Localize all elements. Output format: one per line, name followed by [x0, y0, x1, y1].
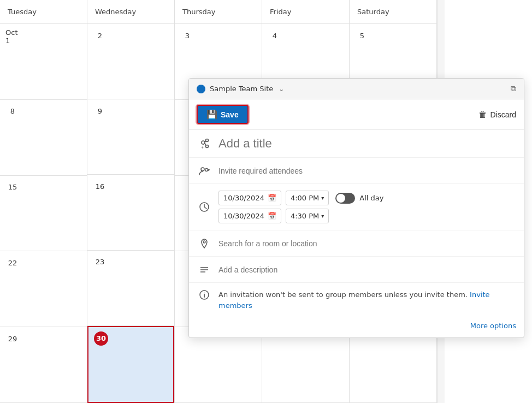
description-row [189, 257, 524, 283]
info-icon [197, 289, 212, 300]
cell-sat-nov2[interactable] [350, 327, 436, 403]
datetime-row: 10/30/2024 📅 4:00 PM ▾ All day [189, 184, 524, 230]
date-oct30: 30 [94, 331, 108, 346]
title-input[interactable] [218, 137, 516, 151]
start-date-value: 10/30/2024 [223, 194, 264, 202]
end-time-value: 4:30 PM [291, 212, 319, 220]
end-time-field[interactable]: 4:30 PM ▾ [286, 209, 329, 223]
team-dot [197, 85, 205, 93]
description-input[interactable] [218, 265, 516, 274]
toggle-track[interactable] [335, 193, 355, 204]
header-saturday: Saturday [350, 0, 436, 24]
svg-line-4 [205, 143, 206, 146]
info-row: An invitation won't be sent to group mem… [189, 283, 524, 317]
title-row: + [189, 130, 524, 158]
location-icon [197, 238, 212, 249]
attendees-icon [197, 165, 212, 177]
start-time-value: 4:00 PM [291, 194, 319, 202]
cell-oct16[interactable]: 16 [87, 175, 174, 250]
svg-point-8 [205, 168, 208, 171]
info-text: An invitation won't be sent to group mem… [218, 289, 516, 311]
cell-oct30[interactable]: 30 [87, 326, 174, 403]
date-oct15: 15 [5, 180, 20, 194]
cell-fri-nov1[interactable] [262, 327, 349, 403]
date-thu-oct3: 3 [180, 28, 194, 43]
cell-oct29[interactable]: 29 [0, 327, 87, 403]
datetime-section: 10/30/2024 📅 4:00 PM ▾ All day [218, 191, 384, 223]
clock-icon [197, 202, 212, 212]
panel-body: + [189, 130, 524, 337]
start-date-field[interactable]: 10/30/2024 📅 [218, 191, 281, 205]
cell-oct8[interactable]: 8 [0, 100, 87, 176]
header-wednesday: Wednesday [87, 0, 174, 24]
svg-point-20 [204, 293, 205, 294]
date-oct8: 8 [5, 104, 20, 118]
panel-toolbar: 💾 Save 🗑 Discard [189, 99, 524, 130]
trash-icon: 🗑 [478, 110, 487, 120]
col-tuesday: Tuesday Oct 1 8 15 22 29 [0, 0, 87, 403]
svg-point-14 [203, 241, 205, 243]
discard-label: Discard [490, 110, 516, 119]
date-oct29: 29 [5, 331, 20, 346]
svg-line-13 [204, 207, 206, 209]
cell-oct15[interactable]: 15 [0, 176, 87, 252]
start-time-field[interactable]: 4:00 PM ▾ [286, 191, 329, 205]
date-oct9: 9 [93, 104, 107, 118]
more-options-link[interactable]: More options [470, 322, 516, 330]
date-sat-oct5: 5 [355, 28, 369, 43]
cell-oct2[interactable]: 2 [87, 24, 174, 99]
cell-thu-oct31[interactable] [175, 327, 262, 403]
attendees-row [189, 158, 524, 184]
header-tuesday: Tuesday [0, 0, 87, 24]
cell-oct22[interactable]: 22 [0, 251, 87, 327]
time-chevron-icon: ▾ [321, 195, 324, 201]
allday-label: All day [359, 194, 383, 202]
cell-oct1[interactable]: Oct 1 [0, 24, 87, 100]
end-calendar-icon: 📅 [268, 212, 276, 220]
header-thursday: Thursday [175, 0, 262, 24]
svg-text:+: + [201, 145, 204, 149]
event-type-icon: + [197, 138, 212, 150]
svg-point-0 [202, 141, 205, 144]
header-friday: Friday [262, 0, 349, 24]
date-oct22: 22 [5, 256, 20, 270]
date-oct1: Oct 1 [5, 29, 20, 44]
save-button[interactable]: 💾 Save [197, 105, 249, 124]
save-icon: 💾 [206, 109, 217, 120]
info-message: An invitation won't be sent to group mem… [218, 291, 468, 299]
expand-icon[interactable]: ⧉ [511, 84, 516, 93]
cell-oct9[interactable]: 9 [87, 99, 174, 175]
col-wednesday: Wednesday 2 9 16 23 30 [87, 0, 175, 403]
more-options-row: More options [189, 317, 524, 337]
cell-oct23[interactable]: 23 [87, 251, 174, 326]
svg-line-3 [205, 141, 206, 143]
svg-point-1 [206, 139, 209, 142]
date-oct23: 23 [93, 255, 107, 269]
end-time-chevron-icon: ▾ [321, 213, 324, 219]
team-name: Sample Team Site [210, 85, 273, 93]
end-date-value: 10/30/2024 [223, 212, 264, 220]
location-input[interactable] [218, 239, 516, 248]
date-oct16: 16 [93, 179, 107, 193]
save-label: Save [221, 110, 239, 119]
attendees-input[interactable] [218, 167, 516, 175]
date-fri-oct4: 4 [268, 28, 282, 43]
chevron-down-icon[interactable]: ⌄ [279, 85, 284, 93]
svg-point-7 [201, 168, 204, 171]
calendar-icon: 📅 [268, 194, 276, 202]
panel-header: Sample Team Site ⌄ ⧉ [189, 79, 524, 99]
event-creation-panel: Sample Team Site ⌄ ⧉ 💾 Save 🗑 Discard [188, 78, 524, 338]
toggle-thumb [336, 194, 345, 203]
end-date-field[interactable]: 10/30/2024 📅 [218, 209, 281, 223]
date-oct2: 2 [93, 28, 107, 43]
allday-toggle[interactable]: All day [335, 193, 383, 204]
description-icon [197, 264, 212, 275]
discard-button[interactable]: 🗑 Discard [478, 110, 516, 120]
location-row [189, 230, 524, 257]
